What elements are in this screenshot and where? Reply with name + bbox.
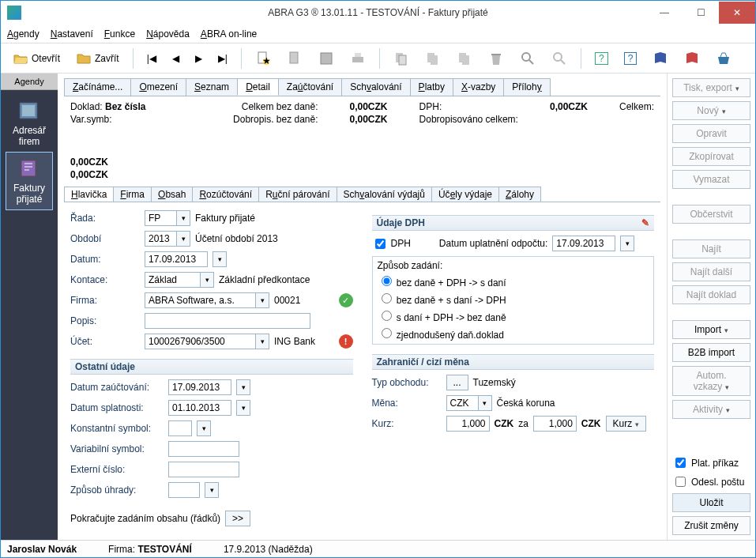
folder-open-icon	[13, 51, 28, 66]
autom-vzkazy-button[interactable]: Autom. vzkazy▾	[672, 366, 750, 396]
kontace-combo[interactable]: ▾	[145, 272, 214, 288]
ext-cislo-input[interactable]	[168, 462, 239, 477]
tool-save-button[interactable]	[313, 47, 340, 70]
import-button[interactable]: Import▾	[672, 320, 750, 339]
zpusob-uhrady-input[interactable]	[168, 482, 200, 498]
minimize-button[interactable]: —	[646, 2, 683, 24]
pencil-icon[interactable]: ✎	[641, 217, 649, 228]
subtab-schvalovani-vydaju[interactable]: Schvalování výdajů	[337, 187, 432, 202]
var-symbol-input[interactable]	[168, 441, 239, 457]
book2-icon	[684, 51, 700, 66]
tab-omezeni[interactable]: Omezení	[130, 78, 186, 96]
plat-prikaz-checkbox[interactable]: Plat. příkaz	[672, 455, 750, 470]
mena-combo[interactable]: ▾	[446, 395, 492, 411]
subtab-firma[interactable]: Firma	[113, 187, 152, 202]
datum-input[interactable]	[145, 251, 208, 267]
tool-basket-button[interactable]	[710, 47, 737, 70]
sidebar-item-faktury[interactable]: Faktury přijaté	[6, 152, 53, 210]
tool-help2-button[interactable]: ?	[619, 49, 643, 68]
subtab-obsah[interactable]: Obsah	[151, 187, 193, 202]
tab-seznam[interactable]: Seznam	[186, 78, 238, 96]
typ-obchodu-button[interactable]: ...	[446, 375, 468, 390]
tool-find-button[interactable]	[514, 47, 541, 70]
datum-odp-input[interactable]	[552, 236, 615, 251]
help2-icon: ?	[624, 52, 638, 65]
tool-copy-button[interactable]	[388, 47, 415, 70]
close-agenda-button[interactable]: Zavřít	[70, 47, 125, 70]
ucet-combo[interactable]: ▾	[145, 334, 269, 349]
kurz1-input[interactable]	[446, 416, 490, 432]
tool-find2-button[interactable]	[546, 47, 573, 70]
tool-edit-button[interactable]	[281, 47, 308, 70]
najit-button[interactable]: Najít	[672, 239, 750, 258]
sidebar-item-adresar[interactable]: Adresář firem	[6, 95, 53, 152]
maximize-button[interactable]: ☐	[683, 2, 719, 24]
tab-detail[interactable]: Detail	[237, 78, 279, 96]
opravit-button[interactable]: Opravit	[672, 124, 750, 143]
konst-symbol-input[interactable]	[168, 420, 192, 436]
tool-book2-button[interactable]	[679, 47, 705, 70]
menu-abra-online[interactable]: ABRA on-line	[201, 28, 257, 40]
subtab-rucni-parovani[interactable]: Ruční párování	[258, 187, 337, 202]
tab-xvazby[interactable]: X-vazby	[453, 78, 504, 96]
sidebar-tab-agendy[interactable]: Agendy	[1, 74, 58, 90]
radio-r4[interactable]: zjednodušený daň.doklad	[378, 326, 649, 341]
date-picker-button[interactable]: ▾	[213, 251, 227, 267]
prev-icon: ◀	[172, 53, 179, 64]
tab-schvalovani[interactable]: Schvalování	[341, 78, 410, 96]
tab-zauctovani[interactable]: Zaúčtování	[278, 78, 342, 96]
vymazat-button[interactable]: Vymazat	[672, 170, 750, 189]
tool-paste2-button[interactable]	[451, 47, 478, 70]
dropdown-icon[interactable]: ▾	[176, 210, 190, 226]
kurz-button[interactable]: Kurz▾	[606, 416, 647, 432]
nav-last-button[interactable]: ▶|	[213, 50, 233, 67]
menu-nastaveni[interactable]: Nastavení	[51, 28, 93, 40]
tool-new-button[interactable]: ★	[250, 47, 276, 70]
summary-bar: Doklad: Bez čísla Var.symb: Celkem bez d…	[64, 96, 660, 183]
tab-prilohy[interactable]: Přílohy	[503, 78, 550, 96]
zkopirovat-button[interactable]: Zkopírovat	[672, 147, 750, 166]
menu-funkce[interactable]: Funkce	[104, 28, 135, 40]
novy-button[interactable]: Nový▾	[672, 101, 750, 120]
tool-book1-button[interactable]	[647, 47, 674, 70]
radio-r3[interactable]: s daní + DPH -> bez daně	[378, 308, 649, 323]
tool-delete-button[interactable]	[483, 47, 510, 70]
rada-combo[interactable]: ▾	[145, 210, 190, 226]
odesl-postu-checkbox[interactable]: Odesl. poštu	[672, 474, 750, 489]
tab-platby[interactable]: Platby	[410, 78, 453, 96]
tab-zaciname[interactable]: Začínáme...	[64, 78, 131, 96]
subtab-ucely-vydaje[interactable]: Účely výdaje	[431, 187, 499, 202]
tisk-button[interactable]: Tisk, export▾	[672, 78, 750, 97]
b2b-import-button[interactable]: B2B import	[672, 343, 750, 362]
obdobi-combo[interactable]: ▾	[145, 231, 190, 247]
menu-agendy[interactable]: Agendy	[7, 28, 39, 40]
dph-checkbox[interactable]: DPH	[372, 236, 411, 251]
tool-help1-button[interactable]: ?	[589, 49, 614, 68]
close-button[interactable]: ✕	[719, 2, 755, 24]
radio-r2[interactable]: bez daně + s daní -> DPH	[378, 291, 649, 306]
radio-r1[interactable]: bez daně + DPH -> s daní	[378, 273, 649, 288]
nav-next-button[interactable]: ▶	[190, 50, 208, 67]
open-button[interactable]: Otevřít	[7, 47, 66, 70]
nav-first-button[interactable]: |◀	[141, 50, 162, 67]
zrusit-button[interactable]: Zrušit změny	[672, 516, 750, 535]
firma-combo[interactable]: ▾	[145, 292, 269, 308]
subtab-hlavicka[interactable]: Hlavička	[64, 187, 114, 202]
datum-splat-input[interactable]	[168, 400, 231, 416]
ulozit-button[interactable]: Uložit	[672, 493, 750, 512]
next-button[interactable]: >>	[225, 511, 250, 526]
kurz2-input[interactable]	[533, 416, 577, 432]
subtab-rozuctovani[interactable]: Rozúčtování	[192, 187, 259, 202]
obcerstvit-button[interactable]: Občerstvit	[672, 205, 750, 224]
tool-paste1-button[interactable]	[419, 47, 446, 70]
najit-doklad-button[interactable]: Najít doklad	[672, 285, 750, 304]
subtab-zalohy[interactable]: Zálohy	[498, 187, 541, 202]
datum-zauct-input[interactable]	[168, 379, 231, 395]
tool-print-button[interactable]	[344, 47, 371, 70]
nav-prev-button[interactable]: ◀	[167, 50, 185, 67]
najit-dalsi-button[interactable]: Najít další	[672, 262, 750, 281]
menu-napoveda[interactable]: Nápověda	[146, 28, 190, 40]
popis-input[interactable]	[145, 313, 310, 329]
aktivity-button[interactable]: Aktivity▾	[672, 400, 750, 419]
sidebar: Agendy Adresář firem Faktury přijaté	[1, 74, 58, 540]
